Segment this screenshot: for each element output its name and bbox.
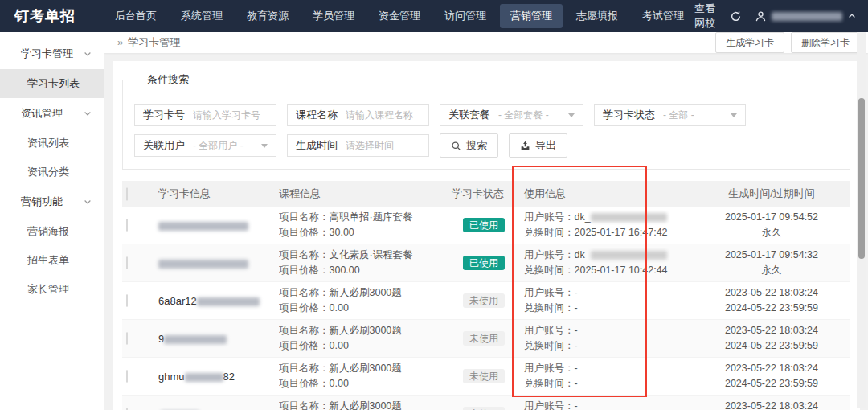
project-name-label: 项目名称：: [279, 249, 330, 260]
sidebar-group-学习卡管理[interactable]: 学习卡管理: [0, 39, 104, 69]
account-line: 用户账号：-: [524, 361, 689, 376]
project-price-line: 项目价格：0.00: [279, 376, 444, 392]
cell-checkbox: [122, 207, 154, 244]
account-label: 用户账号：: [524, 325, 575, 336]
table-row: ghmu82项目名称：新人必刷3000题项目价格：0.00未使用用户账号：-兑换…: [122, 358, 850, 396]
sidebar-group-营销功能[interactable]: 营销功能: [0, 187, 104, 217]
column-header-课程信息: 课程信息: [275, 181, 448, 207]
account-line: 用户账号：-: [524, 399, 689, 410]
account-label: 用户账号：: [524, 363, 575, 374]
card-status-select[interactable]: - 全部 -: [663, 109, 745, 122]
project-name-line: 项目名称：新人必刷3000题: [279, 361, 444, 376]
sidebar-item-招生表单[interactable]: 招生表单: [0, 246, 104, 275]
sidebar-item-营销海报[interactable]: 营销海报: [0, 217, 104, 246]
nav-item-营销管理[interactable]: 营销管理: [500, 4, 563, 28]
redeem-time-line: 兑换时间：2025-01-17 10:42:44: [524, 263, 689, 278]
project-price-line: 项目价格：0.00: [279, 338, 444, 354]
cell-course-info: 项目名称：新人必刷3000题项目价格：0.00: [275, 320, 448, 358]
refresh-icon[interactable]: [730, 10, 742, 23]
redeem-time-line: 兑换时间：2025-01-17 16:47:42: [524, 225, 689, 240]
view-school-link[interactable]: 查看网校: [694, 2, 717, 31]
project-name-label: 项目名称：: [279, 211, 330, 223]
chevron-down-icon: [83, 49, 92, 59]
nav-item-教育资源[interactable]: 教育资源: [236, 4, 299, 28]
nav-item-访问管理[interactable]: 访问管理: [434, 4, 497, 28]
scrollbar-thumb[interactable]: [858, 98, 865, 259]
nav-item-学员管理[interactable]: 学员管理: [302, 4, 365, 28]
course-name-input[interactable]: [346, 109, 428, 121]
column-header-学习卡状态: 学习卡状态: [448, 181, 520, 207]
account-label: 用户账号：: [524, 211, 575, 223]
table-row: 项目名称：高职单招·题库套餐项目价格：30.00已使用用户账号：dk_兑换时间：…: [122, 207, 850, 244]
redeem-time-label: 兑换时间：: [524, 302, 575, 314]
learning-card-table: 学习卡信息课程信息学习卡状态使用信息生成时间/过期时间 项目名称：高职单招·题库…: [122, 181, 850, 410]
row-checkbox[interactable]: [126, 219, 128, 232]
project-price-label: 项目价格：: [279, 264, 330, 276]
created-time: 2023-05-22 18:03:24: [697, 399, 846, 410]
project-name-value: 新人必刷3000题: [330, 287, 402, 298]
project-name-value: 新人必刷3000题: [330, 363, 402, 374]
generate-card-button[interactable]: 生成学习卡: [715, 32, 784, 53]
row-checkbox[interactable]: [126, 294, 128, 307]
sidebar-item-资讯分类[interactable]: 资讯分类: [0, 158, 104, 187]
cell-checkbox: [122, 358, 154, 396]
row-checkbox[interactable]: [126, 256, 128, 269]
package-select[interactable]: - 全部套餐 -: [498, 109, 583, 122]
card-no-input[interactable]: [193, 109, 276, 121]
sidebar-item-资讯列表[interactable]: 资讯列表: [0, 129, 104, 158]
sidebar-group-label: 资讯管理: [21, 106, 63, 121]
card-number-redacted: [197, 297, 260, 306]
cell-time: 2025-01-17 09:54:32永久: [693, 244, 850, 282]
cell-card-status: 未使用: [448, 396, 520, 410]
nav-item-系统管理[interactable]: 系统管理: [170, 4, 233, 28]
row-checkbox[interactable]: [126, 370, 128, 383]
cell-use-info: 用户账号：-兑换时间：-: [520, 358, 693, 396]
card-number: [158, 219, 248, 232]
nav-item-资金管理[interactable]: 资金管理: [368, 4, 431, 28]
sidebar-item-家长管理[interactable]: 家长管理: [0, 275, 104, 304]
sidebar-group-label: 营销功能: [21, 195, 63, 209]
project-name-label: 项目名称：: [279, 363, 330, 374]
select-all-checkbox[interactable]: [126, 187, 128, 201]
redeem-time-label: 兑换时间：: [524, 264, 575, 276]
card-number-redacted: [158, 260, 248, 269]
nav-item-考试管理[interactable]: 考试管理: [632, 4, 694, 28]
user-select[interactable]: - 全部用户 -: [193, 139, 276, 153]
app-logo: 钉考单招: [0, 6, 104, 26]
table-row: 9项目名称：新人必刷3000题项目价格：0.00未使用用户账号：-兑换时间：-2…: [122, 320, 850, 358]
cell-time: 2023-05-22 18:03:242024-05-22 23:59:59: [693, 320, 850, 358]
search-button[interactable]: 搜索: [440, 133, 498, 158]
sidebar-item-学习卡列表[interactable]: 学习卡列表: [0, 69, 104, 98]
course-name-field: 课程名称: [287, 104, 429, 126]
cell-use-info: 用户账号：-兑换时间：-: [520, 282, 693, 320]
nav-item-后台首页[interactable]: 后台首页: [104, 4, 167, 28]
breadcrumb-bar: »学习卡管理 生成学习卡 删除学习卡: [104, 32, 868, 53]
export-button[interactable]: 导出: [509, 133, 567, 158]
cell-card-status: 已使用: [448, 244, 520, 282]
user-icon: [755, 10, 767, 23]
sidebar-group-资讯管理[interactable]: 资讯管理: [0, 98, 104, 129]
nav-item-志愿填报[interactable]: 志愿填报: [566, 4, 628, 28]
cell-use-info: 用户账号：-兑换时间：-: [520, 320, 693, 358]
column-header-生成时间/过期时间: 生成时间/过期时间: [693, 181, 850, 207]
expire-time: 永久: [697, 263, 846, 278]
cell-card-status: 已使用: [448, 207, 520, 244]
created-time: 2023-05-22 18:03:24: [697, 323, 846, 338]
user-menu[interactable]: [755, 10, 857, 23]
expire-time: 2024-05-22 23:59:59: [697, 301, 846, 316]
card-number-visible: 9: [158, 333, 164, 345]
card-number-visible: 6a8ar12: [158, 295, 197, 307]
delete-card-button[interactable]: 删除学习卡: [791, 32, 860, 53]
row-checkbox[interactable]: [126, 332, 128, 345]
create-time-input[interactable]: [346, 140, 428, 151]
redeem-time-value: -: [575, 378, 578, 389]
project-price-label: 项目价格：: [279, 302, 330, 314]
cell-course-info: 项目名称：新人必刷3000题项目价格：0.00: [275, 358, 448, 396]
cell-checkbox: [122, 244, 154, 282]
vertical-scrollbar[interactable]: [857, 32, 866, 408]
project-price-value: 30.00: [330, 227, 354, 238]
column-header-学习卡信息: 学习卡信息: [154, 181, 275, 207]
status-badge: 未使用: [463, 369, 505, 383]
account-label: 用户账号：: [524, 249, 575, 260]
status-badge: 已使用: [463, 218, 505, 232]
